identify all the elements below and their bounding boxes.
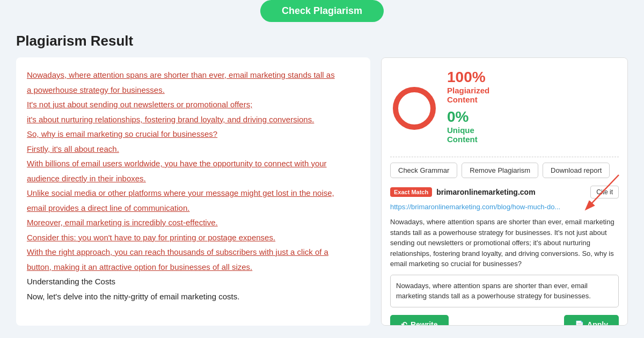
plagiarized-label: Plagiarized Content bbox=[447, 86, 619, 104]
apply-label: Apply bbox=[587, 320, 608, 326]
exact-match-badge: Exact Match bbox=[390, 187, 432, 197]
svg-point-1 bbox=[396, 90, 433, 127]
text-line: Now, let's delve into the nitty-gritty o… bbox=[27, 290, 360, 304]
text-line: email provides a direct line of communic… bbox=[27, 201, 360, 215]
check-plagiarism-button[interactable]: Check Plagiarism bbox=[260, 0, 384, 22]
rewrite-icon: ↶ bbox=[401, 320, 407, 326]
action-buttons: Check Grammar Remove Plagiarism Download… bbox=[390, 163, 619, 178]
donut-chart bbox=[390, 84, 438, 133]
match-row: Exact Match brimaronlinemarketing.com Ci… bbox=[390, 186, 619, 199]
text-line: It's not just about sending out newslett… bbox=[27, 98, 360, 112]
bottom-buttons: ↶ Rewrite 📄 Apply bbox=[390, 315, 619, 326]
matched-text-box: Nowadays, where attention spans are shor… bbox=[390, 275, 619, 307]
page-title: Plagiarism Result bbox=[16, 33, 628, 49]
download-report-button[interactable]: Download report bbox=[543, 163, 610, 178]
unique-stat: 0% Unique Content bbox=[447, 108, 619, 144]
text-line: audience directly in their inboxes. bbox=[27, 172, 360, 186]
text-line: With billions of email users worldwide, … bbox=[27, 157, 360, 171]
text-line: Understanding the Costs bbox=[27, 275, 360, 289]
text-line: Nowadays, where attention spans are shor… bbox=[27, 68, 360, 82]
apply-button[interactable]: 📄 Apply bbox=[564, 315, 619, 326]
text-line: it's about nurturing relationships, fost… bbox=[27, 113, 360, 127]
left-panel: Nowadays, where attention spans are shor… bbox=[16, 57, 370, 326]
unique-label: Unique Content bbox=[447, 126, 619, 144]
unique-percent: 0% bbox=[447, 108, 469, 125]
text-content: Nowadays, where attention spans are shor… bbox=[27, 68, 360, 303]
match-domain: brimaronlinemarketing.com bbox=[436, 188, 586, 196]
cite-button[interactable]: Cite it bbox=[590, 186, 619, 199]
text-line: So, why is email marketing so crucial fo… bbox=[27, 127, 360, 141]
text-line: With the right approach, you can reach t… bbox=[27, 245, 360, 259]
page-title-wrapper: Plagiarism Result bbox=[0, 27, 644, 52]
text-line: Consider this: you won't have to pay for… bbox=[27, 231, 360, 245]
text-line: button, making it an attractive option f… bbox=[27, 260, 360, 274]
text-line: a powerhouse strategy for businesses. bbox=[27, 83, 360, 97]
text-line: Unlike social media or other platforms w… bbox=[27, 186, 360, 200]
remove-plagiarism-button[interactable]: Remove Plagiarism bbox=[462, 163, 538, 178]
check-grammar-button[interactable]: Check Grammar bbox=[390, 163, 457, 178]
stats-divider bbox=[390, 157, 619, 157]
stats-row: 100% Plagiarized Content 0% Unique Conte… bbox=[390, 69, 619, 148]
top-bar: Check Plagiarism bbox=[0, 0, 644, 27]
rewrite-button[interactable]: ↶ Rewrite bbox=[390, 315, 449, 326]
apply-icon: 📄 bbox=[575, 320, 584, 326]
plagiarized-percent: 100% bbox=[447, 69, 486, 85]
text-line: Moreover, email marketing is incredibly … bbox=[27, 216, 360, 230]
url-row: https://brimaronlinemarketing.com/blog/h… bbox=[390, 202, 619, 211]
stats-numbers: 100% Plagiarized Content 0% Unique Conte… bbox=[447, 69, 619, 148]
match-url-link[interactable]: https://brimaronlinemarketing.com/blog/h… bbox=[390, 203, 560, 211]
right-panel: 100% Plagiarized Content 0% Unique Conte… bbox=[381, 57, 628, 326]
main-container: Nowadays, where attention spans are shor… bbox=[0, 52, 644, 336]
text-line: Firstly, it's all about reach. bbox=[27, 142, 360, 156]
plagiarized-stat: 100% Plagiarized Content bbox=[447, 69, 619, 104]
match-description: Nowadays, where attention spans are shor… bbox=[390, 217, 619, 269]
rewrite-label: Rewrite bbox=[411, 320, 438, 326]
